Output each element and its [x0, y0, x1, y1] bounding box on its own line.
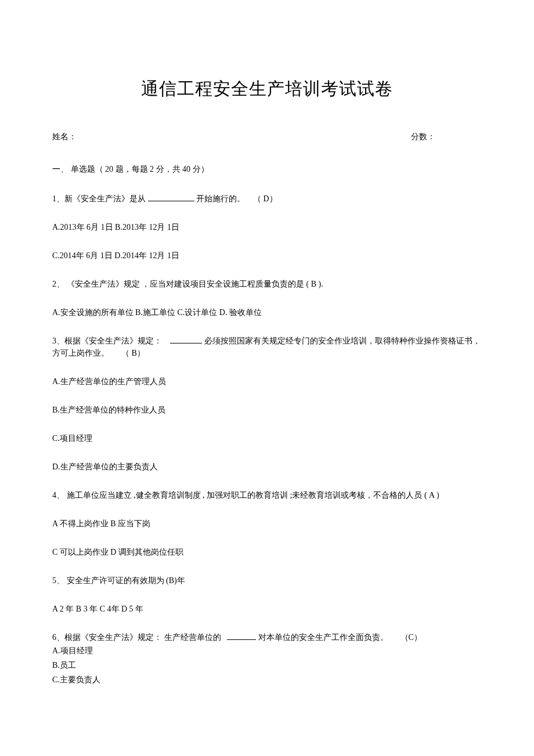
- q3-opt-d: D.生产经营单位的主要负责人: [52, 461, 482, 473]
- question-6: 6、根据《安全生产法》规定： 生产经营单位的 对本单位的安全生产工作全面负责。 …: [52, 631, 482, 643]
- name-label: 姓名：: [52, 131, 77, 143]
- section-1-header: 一、 单选题（ 20 题，每题 2 分，共 40 分）: [52, 163, 482, 175]
- q3-opt-b: B.生产经营单位的特种作业人员: [52, 404, 482, 416]
- q3-answer: （ B）: [121, 349, 145, 357]
- q6-answer: （C）: [400, 633, 422, 642]
- q4-options-1: A 不得上岗作业 B 应当下岗: [52, 518, 482, 530]
- q5-options: A 2 年 B 3 年 C 4年 D 5 年: [52, 603, 482, 615]
- q1-options-1: A.2013年 6月 1日 B.2013年 12月 1日: [52, 221, 482, 233]
- question-1: 1、新《安全生产法》是从 开始施行的。 （ D）: [52, 193, 482, 205]
- q3-opt-a: A.生产经营单位的生产管理人员: [52, 375, 482, 388]
- q3-opt-c: C.项目经理: [52, 432, 482, 444]
- q6-opt-b: B.员工: [52, 658, 482, 672]
- question-4: 4、 施工单位应当建立 ,健全教育培训制度 , 加强对职工的教育培训 ;未经教育…: [52, 489, 482, 501]
- q3-blank: [170, 335, 202, 343]
- question-3: 3、根据《安全生产法》规定： 必须按照国家有关规定经专门的安全作业培训，取得特种…: [52, 335, 482, 359]
- q1-text-b: 开始施行的。: [196, 194, 245, 203]
- question-5: 5、 安全生产许可证的有效期为 (B)年: [52, 574, 482, 587]
- q1-text-a: 1、新《安全生产法》是从: [52, 194, 146, 203]
- exam-title: 通信工程安全生产培训考试试卷: [52, 75, 482, 102]
- q6-options: A.项目经理 B.员工 C.主要负责人: [52, 643, 482, 688]
- q6-blank: [227, 632, 256, 640]
- question-2: 2、 《安全生产法》规定 ，应当对建设项目安全设施工程质量负责的是 ( B ).: [52, 278, 482, 290]
- q6-opt-a: A.项目经理: [52, 643, 482, 658]
- q4-options-2: C 可以上岗作业 D 调到其他岗位任职: [52, 546, 482, 558]
- header-row: 姓名： 分数：: [52, 131, 482, 143]
- q6-text-b: 对本单位的安全生产工作全面负责。: [258, 633, 388, 642]
- q6-opt-c: C.主要负责人: [52, 672, 482, 687]
- q6-text-a: 6、根据《安全生产法》规定： 生产经营单位的: [52, 633, 221, 642]
- q3-text-a: 3、根据《安全生产法》规定：: [52, 337, 162, 345]
- q1-blank: [148, 193, 194, 201]
- score-label: 分数：: [411, 131, 435, 143]
- q2-options: A.安全设施的所有单位 B.施工单位 C.设计单位 D. 验收单位: [52, 306, 482, 319]
- q1-options-2: C.2014年 6月 1日 D.2014年 12月 1日: [52, 249, 482, 262]
- q1-answer: （ D）: [253, 194, 277, 203]
